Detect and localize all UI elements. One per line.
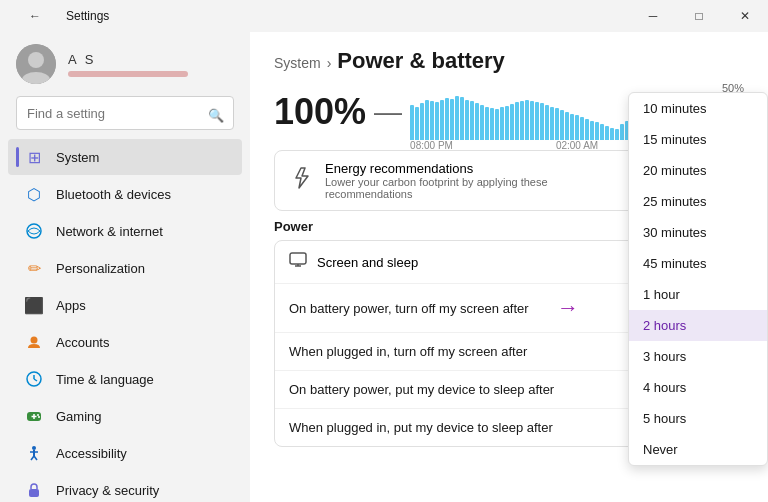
chart-bar [430,101,434,140]
content-area: System › Power & battery 100% — 50% 08:0… [250,32,768,502]
power-row-plugged-sleep-label: When plugged in, put my device to sleep … [289,420,553,435]
app-container: A S 🔍 ⊞ System ⬡ Bluetooth & devices [0,32,768,502]
dropdown-item[interactable]: 2 hours [629,310,767,341]
sidebar-item-label-privacy: Privacy & security [56,483,226,498]
titlebar: ← Settings ─ □ ✕ [0,0,768,32]
sidebar-item-accessibility[interactable]: Accessibility [8,435,242,471]
sidebar-item-accounts[interactable]: Accounts [8,324,242,360]
chart-bar [545,105,549,140]
svg-point-3 [27,224,41,238]
chart-bar [600,124,604,140]
dropdown-item[interactable]: 30 minutes [629,217,767,248]
sidebar-item-gaming[interactable]: Gaming [8,398,242,434]
power-row-battery-screen-label: On battery power, turn off my screen aft… [289,301,529,316]
energy-subtitle: Lower your carbon footprint by applying … [325,176,619,200]
personalization-icon: ✏ [24,258,44,278]
search-icon: 🔍 [208,108,224,123]
svg-line-17 [34,456,37,460]
chart-bar [605,126,609,140]
chart-bar [590,121,594,140]
sidebar-item-network[interactable]: Network & internet [8,213,242,249]
dropdown-item[interactable]: 1 hour [629,279,767,310]
sidebar-item-label-time: Time & language [56,372,226,387]
chart-bar [420,103,424,140]
sidebar-item-label-gaming: Gaming [56,409,226,424]
chart-bar [530,101,534,140]
chart-bar [520,101,524,140]
power-row-battery-sleep-label: On battery power, put my device to sleep… [289,382,554,397]
chart-bar [550,107,554,140]
sidebar-item-apps[interactable]: ⬛ Apps [8,287,242,323]
sidebar: A S 🔍 ⊞ System ⬡ Bluetooth & devices [0,32,250,502]
battery-dash: — [374,96,402,128]
chart-bar [560,110,564,140]
dropdown-item[interactable]: Never [629,434,767,465]
sidebar-item-personalization[interactable]: ✏ Personalization [8,250,242,286]
dropdown-item[interactable]: 25 minutes [629,186,767,217]
nav-list: ⊞ System ⬡ Bluetooth & devices Network &… [0,138,250,502]
chart-bar [495,109,499,140]
avatar [16,44,56,84]
minimize-button[interactable]: ─ [630,0,676,32]
svg-point-13 [32,446,36,450]
sidebar-item-label-personalization: Personalization [56,261,226,276]
chart-bar [490,108,494,140]
chart-bar [515,102,519,140]
sidebar-item-bluetooth[interactable]: ⬡ Bluetooth & devices [8,176,242,212]
accessibility-icon [24,443,44,463]
chart-bar [435,102,439,140]
dropdown-item[interactable]: 4 hours [629,372,767,403]
chart-bar [525,100,529,140]
svg-point-4 [31,337,38,344]
chart-bar [440,100,444,140]
sidebar-item-system[interactable]: ⊞ System [8,139,242,175]
dropdown-item[interactable]: 3 hours [629,341,767,372]
close-button[interactable]: ✕ [722,0,768,32]
sidebar-item-time[interactable]: Time & language [8,361,242,397]
time-icon [24,369,44,389]
search-input[interactable] [16,96,234,130]
dropdown-item[interactable]: 20 minutes [629,155,767,186]
page-title: Power & battery [337,48,505,74]
maximize-button[interactable]: □ [676,0,722,32]
chart-bar [425,100,429,140]
profile-initial-s: S [85,52,94,67]
chart-bar [510,104,514,140]
sidebar-item-label-apps: Apps [56,298,226,313]
sidebar-item-privacy[interactable]: Privacy & security [8,472,242,502]
chart-bar [615,129,619,140]
svg-line-7 [34,379,37,381]
gaming-icon [24,406,44,426]
dropdown-item[interactable]: 15 minutes [629,124,767,155]
content-header: System › Power & battery [250,32,768,82]
network-icon [24,221,44,241]
profile-area: A S [0,32,250,92]
svg-point-1 [28,52,44,68]
chart-bar [595,122,599,140]
breadcrumb: System › Power & battery [274,48,744,74]
apps-icon: ⬛ [24,295,44,315]
privacy-icon [24,480,44,500]
titlebar-controls: ─ □ ✕ [630,0,768,32]
chart-bar [480,105,484,140]
arrow-icon: → [557,295,579,321]
chart-bar [580,117,584,140]
energy-title: Energy recommendations [325,161,619,176]
breadcrumb-parent: System [274,55,321,71]
dropdown-item[interactable]: 45 minutes [629,248,767,279]
chart-bar [475,103,479,140]
accounts-icon [24,332,44,352]
dropdown-item[interactable]: 10 minutes [629,93,767,124]
svg-point-11 [37,414,39,416]
chart-bar [620,124,624,140]
chart-bar [460,97,464,140]
dropdown-item[interactable]: 5 hours [629,403,767,434]
back-button[interactable]: ← [12,0,58,32]
power-row-plugged-screen-label: When plugged in, turn off my screen afte… [289,344,527,359]
chart-bar [470,101,474,140]
screen-sleep-label: Screen and sleep [317,255,418,270]
chart-bar [540,103,544,140]
chart-bar [415,107,419,140]
sidebar-item-label-network: Network & internet [56,224,226,239]
chart-bar [575,115,579,140]
